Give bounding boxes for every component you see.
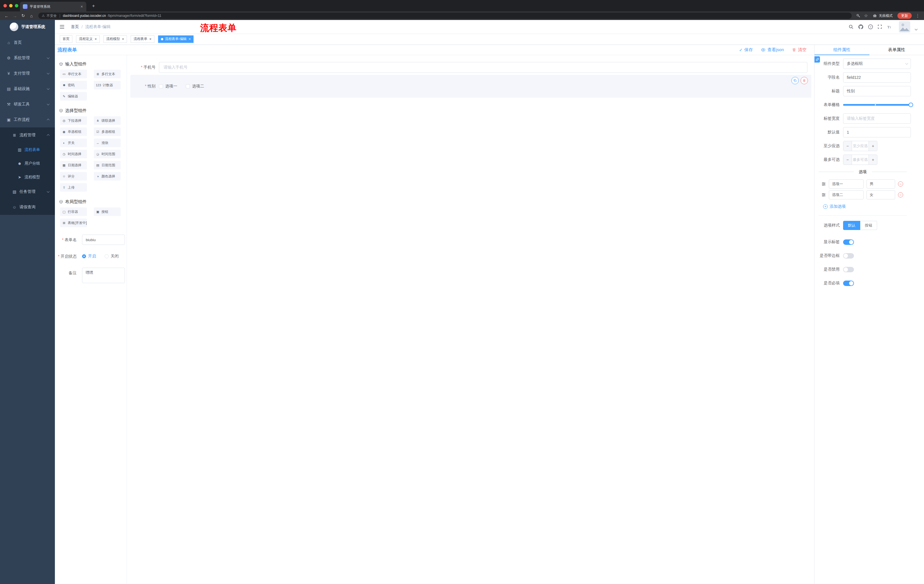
gender-option-1-checkbox[interactable]: 选项一 [159,84,177,89]
tag-close-button[interactable]: × [95,37,97,41]
logo-avatar [10,23,18,31]
tab-close-button[interactable]: × [80,4,84,9]
palette-grid: ▭单行文本 ≣多行文本 ✱密码 123计数器 ✎编辑器 [60,70,124,100]
component-icon: ▦ [62,163,66,167]
workflow-submenu: ≣ 流程管理 ▥ 流程表单 ☻ 用户分组 ➤ 流程模型 ▧ 任务管理 [0,127,55,215]
sidebar-item-process-model[interactable]: ➤ 流程模型 [0,170,55,184]
active-dot [161,38,163,40]
component-icon: 123 [96,84,101,87]
home-icon: ⌂ [6,40,11,45]
palette-item[interactable]: ◑颜色选择 [94,172,120,181]
component-icon: ◷ [62,152,66,156]
component-palette: 输入型组件 ▭单行文本 ≣多行文本 ✱密码 123计数器 ✎编辑器 选择型组件 … [55,55,127,292]
tag-process-definition[interactable]: 流程定义 × [76,35,100,43]
gender-field-row[interactable]: 性别 选项一 选项二 [130,75,462,98]
palette-item[interactable]: ≣多行文本 [94,70,120,78]
palette-item[interactable]: ⇧上传 [60,183,87,192]
sidebar-item-user-group[interactable]: ☻ 用户分组 [0,156,55,170]
checkbox-icon [159,84,163,88]
phone-field-row[interactable]: 手机号 请输入手机号 [130,62,462,73]
tag-process-model[interactable]: 流程模型 × [104,35,127,43]
component-icon: ◐ [62,141,66,145]
palette-item[interactable]: 123计数器 [94,81,120,89]
tag-home[interactable]: 首页 [60,35,72,43]
gender-field-inner: 性别 选项一 选项二 [130,81,462,92]
form-name-row: 表单名 biubiu [55,235,127,245]
hamburger-button[interactable] [55,24,69,30]
palette-item[interactable]: ⋔级联选择 [94,116,120,125]
palette-item[interactable]: ✱密码 [60,81,87,89]
chevron-up-icon [47,118,50,122]
browser-tab[interactable]: 芋道管理系统 × [20,2,86,12]
sidebar-item-infrastructure[interactable]: ▤ 基础设施 [0,81,55,97]
breadcrumb-current: 流程表单-编辑 [85,24,111,30]
palette-item[interactable]: ☆评分 [60,172,87,181]
palette-item[interactable]: ⊞表格[开发中] [60,219,87,227]
breadcrumb-home[interactable]: 首页 [71,24,79,30]
palette-item[interactable]: ◉单选框组 [60,127,87,136]
gender-option-2-checkbox[interactable]: 选项二 [186,84,204,89]
address-bar[interactable]: ⚠ 不安全 dashboard.yudao.iocoder.cn /bpm/ma… [38,13,462,19]
component-icon: ✱ [62,84,66,87]
palette-item[interactable]: ▦日期选择 [60,161,87,169]
tag-process-form[interactable]: 流程表单 × [130,35,154,43]
tag-process-form-edit[interactable]: 流程表单-编辑 × [158,35,194,43]
palette-item[interactable]: ☑多选框组 [94,127,120,136]
reload-button[interactable]: ↻ [20,12,27,19]
tasks-icon: ▧ [12,189,17,194]
form-name-input[interactable]: biubiu [82,235,125,245]
new-tab-button[interactable]: + [90,3,97,9]
component-icon: ↔ [96,141,100,145]
sidebar-item-workflow[interactable]: ▣ 工作流程 [0,112,55,127]
component-icon: ◑ [96,174,100,178]
sidebar-item-task-management[interactable]: ▧ 任务管理 [0,184,55,199]
status-off-radio[interactable]: 关闭 [105,254,119,259]
forward-button[interactable]: → [11,12,18,19]
home-button[interactable]: ⌂ [28,12,35,19]
palette-item[interactable]: ◎下拉选择 [60,116,87,125]
tags-view: 首页 流程定义 × 流程模型 × 流程表单 × 流程表单-编辑 × [55,33,462,45]
tag-close-button[interactable]: × [149,37,152,41]
warning-icon: ⚠ [42,14,45,18]
sidebar-logo[interactable]: 芋道管理系统 [0,20,55,33]
sidebar-item-process-form[interactable]: ▥ 流程表单 [0,143,55,156]
palette-item[interactable]: ▭单行文本 [60,70,87,78]
component-icon: ▭ [62,72,66,76]
palette-item[interactable]: ↔滑块 [94,138,120,147]
minimize-window-button[interactable] [9,4,13,7]
status-on-radio[interactable]: 开启 [82,254,96,259]
form-name-label: 表单名 [55,235,77,245]
tag-close-button[interactable]: × [122,37,124,41]
palette-item[interactable]: ▢行容器 [60,207,87,216]
chevron-down-icon [47,190,50,193]
palette-item[interactable]: ◷时间选择 [60,150,87,158]
palette-item[interactable]: ✎编辑器 [60,92,87,100]
security-label[interactable]: 不安全 [46,13,57,18]
palette-item[interactable]: ◐开关 [60,138,87,147]
form-remark-input[interactable]: 嘿嘿 [82,268,125,283]
chevron-down-icon [47,87,50,90]
sidebar-item-payment-management[interactable]: ¥ 支付管理 [0,66,55,81]
close-window-button[interactable] [3,4,7,7]
tag-close-button[interactable]: × [189,37,191,41]
palette-item[interactable]: ▤日期范围 [94,161,120,169]
phone-input[interactable]: 请输入手机号 [159,62,462,73]
maximize-window-button[interactable] [15,4,18,7]
checkbox-icon [186,84,190,88]
palette-group-title: 输入型组件 [59,61,123,67]
sidebar-item-dev-tools[interactable]: ⚒ 研发工具 [0,97,55,112]
document-icon: ▥ [17,147,22,152]
sidebar-item-leave-query[interactable]: ☺ 请假查询 [0,199,55,215]
back-button[interactable]: ← [3,12,10,19]
form-canvas[interactable]: 手机号 请输入手机号 性别 [127,55,462,292]
sidebar-item-system-management[interactable]: ⚙ 系统管理 [0,50,55,66]
tab-favicon-icon [23,4,28,9]
palette-item[interactable]: ◶时间范围 [94,150,120,158]
form-remark-row: 备注 嘿嘿 [55,268,127,283]
list-icon: ≣ [12,133,17,137]
chevron-down-icon [47,56,50,59]
sidebar-item-home[interactable]: ⌂ 首页 [0,35,55,50]
gender-field-label: 性别 [130,84,159,89]
palette-item[interactable]: ▣按钮 [94,207,120,216]
sidebar-item-process-management[interactable]: ≣ 流程管理 [0,127,55,143]
